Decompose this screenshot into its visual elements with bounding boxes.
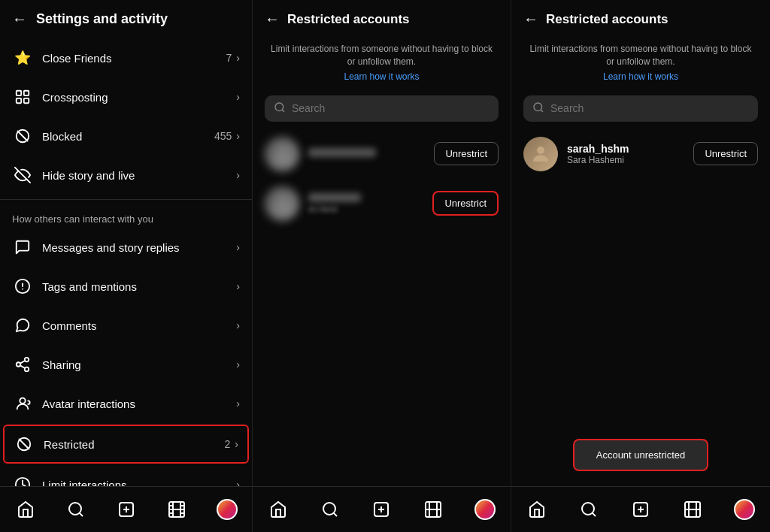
chevron-icon: › xyxy=(236,397,240,410)
svg-line-15 xyxy=(20,440,29,449)
mid-title: Restricted accounts xyxy=(287,12,410,27)
settings-panel: ← Settings and activity ⭐ Close Friends … xyxy=(0,0,253,532)
settings-header: ← Settings and activity xyxy=(0,0,252,38)
svg-line-11 xyxy=(20,365,25,368)
limit-interactions-icon xyxy=(12,474,33,486)
right-learn-link[interactable]: Learn how it works xyxy=(511,70,770,89)
sarah-username: sarah_hshm xyxy=(567,143,684,155)
nav-add-icon[interactable] xyxy=(626,494,656,524)
right-title: Restricted accounts xyxy=(546,12,668,27)
blurred-name xyxy=(308,148,376,157)
nav-profile-icon[interactable] xyxy=(212,494,242,524)
nav-search-icon[interactable] xyxy=(61,494,91,524)
svg-rect-2 xyxy=(17,98,21,103)
settings-title: Settings and activity xyxy=(36,11,168,27)
nav-profile-icon[interactable] xyxy=(470,494,500,524)
nav-profile-icon[interactable] xyxy=(729,494,759,524)
nav-home-icon[interactable] xyxy=(263,494,293,524)
account-info-1 xyxy=(308,148,425,160)
right-search-bar xyxy=(523,95,758,122)
mid-subtitle: Limit interactions from someone without … xyxy=(253,38,511,70)
nav-reels-icon[interactable] xyxy=(418,494,448,524)
nav-add-icon[interactable] xyxy=(111,494,141,524)
chevron-icon: › xyxy=(236,52,240,64)
sarah-account-info: sarah_hshm Sara Hashemi xyxy=(567,143,684,165)
sidebar-item-comments[interactable]: Comments › xyxy=(0,306,252,345)
nav-home-icon[interactable] xyxy=(11,494,41,524)
search-icon xyxy=(274,101,286,116)
sarah-unrestrict-button[interactable]: Unrestrict xyxy=(693,142,758,165)
mid-header: ← Restricted accounts xyxy=(253,0,511,38)
account-avatar-2 xyxy=(265,186,299,221)
nav-add-icon[interactable] xyxy=(366,494,396,524)
right-header: ← Restricted accounts xyxy=(511,0,770,38)
right-bottom-nav xyxy=(511,486,770,532)
svg-point-34 xyxy=(275,103,283,111)
nav-search-icon[interactable] xyxy=(574,494,604,524)
chevron-icon: › xyxy=(236,241,240,253)
nav-avatar xyxy=(217,499,238,520)
mid-account-list: Unrestrict im hemi Unrestrict xyxy=(253,129,511,486)
svg-point-50 xyxy=(582,503,594,515)
svg-line-5 xyxy=(18,131,28,141)
sidebar-item-tags[interactable]: Tags and mentions › xyxy=(0,267,252,306)
svg-line-48 xyxy=(541,110,543,112)
mid-back-icon[interactable]: ← xyxy=(265,11,280,28)
chevron-icon: › xyxy=(236,319,240,331)
mid-bottom-nav xyxy=(253,486,511,532)
right-back-icon[interactable]: ← xyxy=(523,11,538,28)
account-info-2: im hemi xyxy=(308,193,423,213)
nav-avatar xyxy=(734,499,755,520)
sidebar-item-messages[interactable]: Messages and story replies › xyxy=(0,228,252,267)
comments-icon xyxy=(12,315,33,336)
sidebar-item-blocked[interactable]: Blocked 455 › xyxy=(0,116,252,156)
svg-rect-1 xyxy=(24,91,29,95)
unrestrict-button-1[interactable]: Unrestrict xyxy=(434,142,499,165)
chevron-icon: › xyxy=(236,479,240,486)
mid-search-bar xyxy=(265,95,499,122)
sidebar-item-crossposting[interactable]: Crossposting › xyxy=(0,77,252,116)
sarah-realname: Sara Hashemi xyxy=(567,155,684,165)
nav-avatar xyxy=(474,499,496,520)
hide-story-icon xyxy=(12,165,33,186)
account-unrestricted-toast: Account unrestricted xyxy=(573,439,708,471)
close-friends-icon: ⭐ xyxy=(12,47,33,68)
unrestrict-button-2[interactable]: Unrestrict xyxy=(432,191,499,216)
nav-search-icon[interactable] xyxy=(315,494,345,524)
nav-reels-icon[interactable] xyxy=(162,494,192,524)
svg-line-51 xyxy=(593,513,596,516)
restricted-accounts-panel-mid: ← Restricted accounts Limit interactions… xyxy=(253,0,511,532)
svg-point-36 xyxy=(278,147,286,154)
settings-list: ⭐ Close Friends 7 › Crossposting › Block… xyxy=(0,38,252,486)
svg-point-38 xyxy=(323,503,335,515)
mid-search-input[interactable] xyxy=(292,102,490,114)
right-search-input[interactable] xyxy=(550,102,749,114)
chevron-icon: › xyxy=(236,91,240,103)
messages-icon xyxy=(12,237,33,258)
svg-rect-3 xyxy=(24,98,29,103)
nav-reels-icon[interactable] xyxy=(678,494,708,524)
svg-point-21 xyxy=(69,503,81,515)
right-account-list: sarah_hshm Sara Hashemi Unrestrict xyxy=(511,129,770,401)
back-icon[interactable]: ← xyxy=(12,11,27,28)
bottom-nav xyxy=(0,486,252,532)
sidebar-item-close-friends[interactable]: ⭐ Close Friends 7 › xyxy=(0,38,252,77)
svg-point-37 xyxy=(278,196,286,204)
sidebar-item-avatar-interactions[interactable]: Avatar interactions › xyxy=(0,384,252,423)
sharing-icon xyxy=(12,354,33,375)
sidebar-item-restricted[interactable]: Restricted 2 › xyxy=(3,425,249,464)
section-label-interact: How others can interact with you xyxy=(0,204,252,228)
account-item: Unrestrict xyxy=(253,129,511,179)
account-avatar-1 xyxy=(265,137,299,171)
svg-line-35 xyxy=(282,110,284,112)
chevron-icon: › xyxy=(236,280,240,292)
crossposting-icon xyxy=(12,86,33,107)
mid-learn-link[interactable]: Learn how it works xyxy=(253,70,511,89)
sidebar-item-limit-interactions[interactable]: Limit interactions › xyxy=(0,465,252,486)
sidebar-item-hide-story[interactable]: Hide story and live › xyxy=(0,156,252,195)
sidebar-item-sharing[interactable]: Sharing › xyxy=(0,345,252,384)
restricted-accounts-panel-right: ← Restricted accounts Limit interactions… xyxy=(511,0,770,532)
nav-home-icon[interactable] xyxy=(522,494,552,524)
svg-point-47 xyxy=(534,103,542,111)
right-subtitle: Limit interactions from someone without … xyxy=(511,38,770,70)
